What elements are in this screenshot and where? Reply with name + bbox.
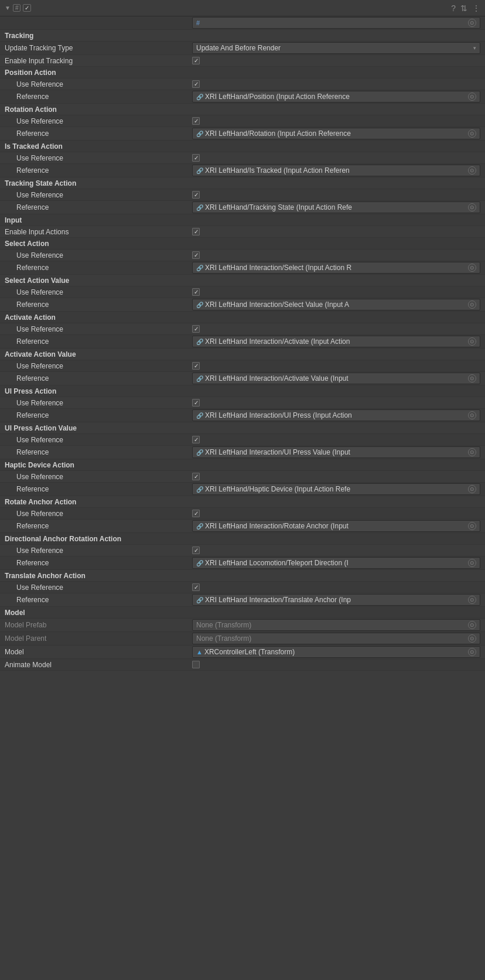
property-label: Use Reference (16, 510, 63, 518)
reference-picker-button[interactable]: ⊙ (468, 448, 476, 456)
reference-value: XRI LeftHand Interaction/Select (Input A… (205, 264, 466, 272)
section-header-row: Model (0, 607, 485, 619)
reference-field[interactable]: 🔗XRI LeftHand/Is Tracked (Input Action R… (192, 165, 480, 176)
property-row: Use Reference (0, 115, 485, 127)
reference-picker-button[interactable]: ⊙ (468, 264, 476, 272)
checkbox-field[interactable] (192, 362, 200, 370)
reference-field[interactable]: 🔗XRI LeftHand Interaction/Activate (Inpu… (192, 336, 480, 347)
reference-picker-button[interactable]: ⊙ (468, 93, 476, 101)
reference-picker-button[interactable]: ⊙ (468, 203, 476, 211)
property-label: Use Reference (16, 362, 63, 370)
script-circle-button[interactable]: ⊙ (468, 19, 476, 27)
checkbox-field[interactable] (192, 583, 200, 591)
checkbox-field[interactable] (192, 154, 200, 162)
title-bar-actions: ? ⇅ ⋮ (451, 4, 480, 13)
help-icon[interactable]: ? (451, 4, 456, 13)
dropdown-value: Update And Before Render (196, 44, 281, 52)
reference-picker-button[interactable]: ⊙ (468, 485, 476, 493)
property-row: Use Reference (0, 582, 485, 593)
section-header-label: Translate Anchor Action (5, 572, 86, 580)
section-header-row: Select Action Value (0, 275, 485, 286)
checkbox-field[interactable] (192, 251, 200, 259)
section-header-row: UI Press Action (0, 385, 485, 397)
reference-picker-button[interactable]: ⊙ (468, 634, 476, 643)
property-label: Reference (16, 93, 49, 101)
checkbox-field[interactable] (192, 57, 200, 64)
property-row: Reference🔗XRI LeftHand/Position (Input A… (0, 90, 485, 104)
reference-field-person[interactable]: ▲XRControllerLeft (Transform)⊙ (192, 646, 480, 658)
reference-field-dim[interactable]: None (Transform)⊙ (192, 619, 480, 631)
property-label: Use Reference (16, 325, 63, 333)
reference-field[interactable]: 🔗XRI LeftHand/Tracking State (Input Acti… (192, 202, 480, 213)
reference-field[interactable]: 🔗XRI LeftHand Interaction/UI Press (Inpu… (192, 409, 480, 421)
section-header-row: Is Tracked Action (0, 141, 485, 152)
reference-field[interactable]: 🔗XRI LeftHand Interaction/Translate Anch… (192, 594, 480, 606)
reference-picker-button[interactable]: ⊙ (468, 301, 476, 309)
reference-picker-button[interactable]: ⊙ (468, 559, 476, 567)
collapse-triangle-icon[interactable]: ▼ (5, 5, 11, 11)
property-row: Use Reference (0, 471, 485, 483)
checkbox-field[interactable] (192, 117, 200, 125)
section-header-label: Activate Action Value (5, 350, 76, 358)
section-header-row: Rotate Anchor Action (0, 496, 485, 508)
reference-field[interactable]: 🔗XRI LeftHand/Rotation (Input Action Ref… (192, 128, 480, 139)
reference-field[interactable]: 🔗XRI LeftHand Interaction/Rotate Anchor … (192, 520, 480, 532)
title-bar: ▼ # ✓ ? ⇅ ⋮ (0, 0, 485, 16)
checkbox-field[interactable] (192, 288, 200, 296)
enabled-checkbox[interactable]: ✓ (23, 4, 31, 12)
reference-field[interactable]: 🔗XRI LeftHand Interaction/UI Press Value… (192, 446, 480, 458)
property-row: Reference🔗XRI LeftHand/Rotation (Input A… (0, 127, 485, 141)
reference-value: XRI LeftHand Interaction/Select Value (I… (205, 301, 466, 309)
checkbox-field[interactable] (192, 325, 200, 333)
reference-value: XRI LeftHand/Haptic Device (Input Action… (205, 485, 466, 493)
reference-field[interactable]: 🔗XRI LeftHand Interaction/Select (Input … (192, 262, 480, 274)
dropdown-field[interactable]: Update And Before Render▾ (192, 42, 480, 54)
property-row: Use Reference (0, 189, 485, 201)
reference-picker-button[interactable]: ⊙ (468, 337, 476, 346)
checkbox-field[interactable] (192, 510, 200, 517)
layout-icon[interactable]: ⇅ (460, 4, 467, 13)
section-header-label: Select Action Value (5, 276, 69, 285)
reference-field[interactable]: 🔗XRI LeftHand/Haptic Device (Input Actio… (192, 483, 480, 495)
reference-field[interactable]: 🔗XRI LeftHand Interaction/Select Value (… (192, 299, 480, 310)
property-label: Use Reference (16, 473, 63, 481)
reference-field[interactable]: 🔗XRI LeftHand Locomotion/Teleport Direct… (192, 557, 480, 569)
property-row: Use Reference (0, 323, 485, 335)
checkbox-field[interactable] (192, 436, 200, 443)
property-row: Reference🔗XRI LeftHand/Tracking State (I… (0, 201, 485, 214)
ref-link-icon: 🔗 (196, 449, 203, 456)
kebab-menu-icon[interactable]: ⋮ (472, 4, 480, 13)
property-label: Model Parent (5, 634, 46, 643)
section-header-label: Activate Action (5, 313, 56, 322)
reference-picker-button[interactable]: ⊙ (468, 411, 476, 419)
property-label: Reference (16, 596, 49, 604)
property-row: Reference🔗XRI LeftHand Locomotion/Telepo… (0, 556, 485, 570)
property-row: Model▲XRControllerLeft (Transform)⊙ (0, 646, 485, 659)
checkbox-field[interactable] (192, 661, 200, 668)
ref-link-icon: 🔗 (196, 339, 203, 345)
reference-picker-button[interactable]: ⊙ (468, 648, 476, 656)
reference-field[interactable]: 🔗XRI LeftHand/Position (Input Action Ref… (192, 91, 480, 103)
section-header-label: Position Action (5, 69, 56, 77)
script-field[interactable]: # ⊙ (192, 17, 480, 29)
section-header-label: Rotation Action (5, 105, 57, 114)
section-header-row: Tracking State Action (0, 177, 485, 189)
section-header-label: Directional Anchor Rotation Action (5, 535, 121, 543)
checkbox-field[interactable] (192, 399, 200, 407)
reference-picker-button[interactable]: ⊙ (468, 374, 476, 383)
reference-value: XRI LeftHand/Is Tracked (Input Action Re… (205, 166, 466, 175)
checkbox-field[interactable] (192, 547, 200, 554)
reference-picker-button[interactable]: ⊙ (468, 166, 476, 175)
reference-picker-button[interactable]: ⊙ (468, 129, 476, 138)
reference-value-dim: None (Transform) (196, 634, 466, 643)
reference-field[interactable]: 🔗XRI LeftHand Interaction/Activate Value… (192, 373, 480, 384)
checkbox-field[interactable] (192, 191, 200, 199)
reference-picker-button[interactable]: ⊙ (468, 621, 476, 629)
reference-picker-button[interactable]: ⊙ (468, 596, 476, 604)
reference-picker-button[interactable]: ⊙ (468, 522, 476, 530)
checkbox-field[interactable] (192, 80, 200, 88)
checkbox-field[interactable] (192, 473, 200, 480)
checkbox-field[interactable] (192, 228, 200, 235)
ref-link-icon: 🔗 (196, 168, 203, 174)
reference-field-dim[interactable]: None (Transform)⊙ (192, 633, 480, 644)
